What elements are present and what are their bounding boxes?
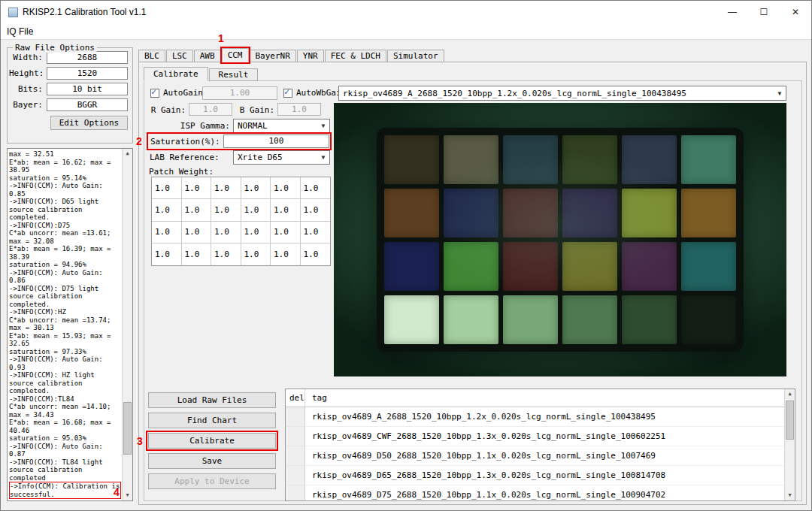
- patch-weight-label: Patch Weight:: [149, 167, 214, 177]
- tab-awb[interactable]: AWB: [194, 50, 221, 62]
- delete-row-button[interactable]: [286, 407, 305, 427]
- log-line: C*ab uncorr: mean =13.61; max = 32.08: [9, 229, 121, 245]
- table-row[interactable]: rkisp_ov4689_D50_2688_1520_10bpp_1.1x_0.…: [286, 446, 784, 466]
- colorchecker-chart: [377, 128, 744, 352]
- load-raw-files-button[interactable]: Load Raw Files: [148, 392, 276, 408]
- table-row[interactable]: rkisp_ov4689_CWF_2688_1520_10bpp_1.3x_0.…: [286, 427, 784, 446]
- patch-weight-cell[interactable]: 1.0: [211, 222, 241, 243]
- app-window: RKISP2.1 Calibration Tool v1.1 — ☐ ✕ IQ …: [0, 0, 812, 511]
- scroll-down-icon[interactable]: ▼: [785, 491, 795, 500]
- raw-file-options-group: Raw File Options Width: 2688 Height: 152…: [7, 47, 133, 144]
- save-button[interactable]: Save: [148, 453, 276, 469]
- patch-weight-cell[interactable]: 1.0: [271, 243, 301, 265]
- colorchecker-patch: [562, 135, 617, 184]
- bayer-field[interactable]: BGGR: [47, 98, 128, 111]
- colorchecker-patch: [681, 189, 736, 237]
- tab-lsc[interactable]: LSC: [166, 50, 193, 62]
- tab-fec-ldch[interactable]: FEC & LDCH: [325, 50, 386, 62]
- menu-iq-file[interactable]: IQ File: [1, 23, 39, 39]
- colorchecker-patch: [384, 295, 439, 344]
- isp-gamma-label: ISP Gamma:: [150, 121, 230, 131]
- patch-weight-cell[interactable]: 1.0: [152, 222, 182, 243]
- lab-reference-select[interactable]: Xrite D65 ▼: [233, 150, 330, 165]
- tag-table-scrollbar-thumb[interactable]: [786, 401, 794, 440]
- patch-weight-cell[interactable]: 1.0: [241, 177, 271, 199]
- patch-weight-cell[interactable]: 1.0: [182, 177, 212, 199]
- calibrate-button[interactable]: Calibrate: [148, 433, 276, 449]
- table-row[interactable]: rkisp_ov4689_D75_2688_1520_10bpp_1.1x_0.…: [286, 485, 784, 501]
- patch-weight-cell[interactable]: 1.0: [301, 243, 331, 265]
- wbgain-source-select[interactable]: rkisp_ov4689_A_2688_1520_10bpp_1.2x_0.02…: [338, 86, 786, 101]
- tab-blc[interactable]: BLC: [138, 50, 165, 62]
- patch-weight-cell[interactable]: 1.0: [211, 243, 241, 265]
- apply-to-device-button[interactable]: Apply to Device: [148, 473, 276, 489]
- patch-weight-cell[interactable]: 1.0: [211, 177, 241, 199]
- tab-ccm[interactable]: CCM: [222, 48, 249, 62]
- table-row[interactable]: rkisp_ov4689_D65_2688_1520_10bpp_1.3x_0.…: [286, 466, 784, 485]
- saturation-field[interactable]: 100: [223, 135, 329, 148]
- checkbox-box: ✓: [150, 89, 159, 98]
- edit-options-button[interactable]: Edit Options: [50, 116, 128, 130]
- del-column-header: del: [286, 389, 305, 407]
- log-scrollbar[interactable]: ▲ ▼: [122, 149, 132, 500]
- chevron-down-icon: ▼: [317, 122, 329, 129]
- patch-weight-cell[interactable]: 1.0: [182, 222, 212, 243]
- bayer-label: Bayer:: [9, 100, 47, 110]
- saturation-label: Saturation(%):: [148, 137, 223, 147]
- tab-simulator[interactable]: Simulator: [387, 50, 444, 62]
- delete-row-button[interactable]: [286, 427, 305, 446]
- close-button[interactable]: ✕: [780, 1, 811, 23]
- subtab-calibrate[interactable]: Calibrate: [144, 67, 208, 81]
- table-row[interactable]: rkisp_ov4689_A_2688_1520_10bpp_1.2x_0.02…: [286, 407, 784, 427]
- patch-weight-cell[interactable]: 1.0: [182, 243, 212, 265]
- colorchecker-patch: [562, 295, 617, 344]
- width-field[interactable]: 2688: [47, 51, 128, 64]
- colorchecker-patch: [681, 135, 736, 184]
- check-icon: ✓: [284, 86, 289, 97]
- annotation-step-4: 4: [114, 486, 120, 498]
- log-line: E*ab: mean = 16.62; max = 38.95: [9, 159, 121, 174]
- delete-row-button[interactable]: [286, 446, 305, 466]
- tab-ynr[interactable]: YNR: [297, 50, 324, 62]
- patch-weight-cell[interactable]: 1.0: [271, 222, 301, 243]
- patch-weight-cell[interactable]: 1.0: [152, 177, 182, 199]
- patch-weight-cell[interactable]: 1.0: [152, 243, 182, 265]
- subtab-result[interactable]: Result: [209, 68, 259, 81]
- colorchecker-patch: [384, 189, 439, 237]
- log-line: saturation = 95.03%: [9, 434, 121, 443]
- b-gain-field[interactable]: 1.0: [277, 103, 321, 116]
- scroll-up-icon[interactable]: ▲: [785, 389, 795, 399]
- autogain-checkbox[interactable]: ✓ AutoGain: [150, 88, 203, 98]
- tag-cell: rkisp_ov4689_CWF_2688_1520_10bpp_1.3x_0.…: [305, 427, 784, 446]
- patch-weight-cell[interactable]: 1.0: [301, 177, 331, 199]
- patch-weight-cell[interactable]: 1.0: [271, 177, 301, 199]
- height-field[interactable]: 1520: [47, 67, 128, 80]
- patch-weight-cell[interactable]: 1.0: [271, 199, 301, 221]
- isp-gamma-select[interactable]: NORMAL ▼: [233, 119, 330, 133]
- patch-weight-cell[interactable]: 1.0: [241, 199, 271, 221]
- r-gain-field[interactable]: 1.0: [189, 103, 232, 116]
- delete-row-button[interactable]: [286, 485, 305, 501]
- patch-weight-cell[interactable]: 1.0: [301, 199, 331, 221]
- scroll-down-icon[interactable]: ▼: [123, 491, 132, 500]
- tab-bayernr[interactable]: BayerNR: [250, 50, 296, 62]
- minimize-button[interactable]: —: [717, 1, 748, 23]
- patch-weight-cell[interactable]: 1.0: [241, 243, 271, 265]
- bits-field[interactable]: 10 bit: [47, 83, 128, 95]
- scroll-up-icon[interactable]: ▲: [123, 149, 132, 159]
- delete-row-button[interactable]: [286, 466, 305, 485]
- maximize-button[interactable]: ☐: [748, 1, 780, 23]
- patch-weight-cell[interactable]: 1.0: [211, 199, 241, 221]
- patch-weight-cell[interactable]: 1.0: [241, 222, 271, 243]
- patch-weight-cell[interactable]: 1.0: [182, 199, 212, 221]
- autogain-value-field[interactable]: 1.00: [202, 86, 277, 100]
- log-scrollbar-thumb[interactable]: [123, 402, 132, 455]
- tag-cell: rkisp_ov4689_A_2688_1520_10bpp_1.2x_0.02…: [305, 407, 784, 427]
- tag-table-scrollbar[interactable]: ▲ ▼: [784, 389, 795, 500]
- patch-weight-cell[interactable]: 1.0: [301, 222, 331, 243]
- autowbgain-checkbox[interactable]: ✓ AutoWbGain: [283, 88, 346, 98]
- log-output: ->INFO(CCM): Auto Gain: 0.84 ->INFO(CCM)…: [9, 150, 121, 499]
- find-chart-button[interactable]: Find Chart: [148, 413, 276, 428]
- patch-weight-cell[interactable]: 1.0: [152, 199, 182, 221]
- colorchecker-patch: [444, 242, 498, 291]
